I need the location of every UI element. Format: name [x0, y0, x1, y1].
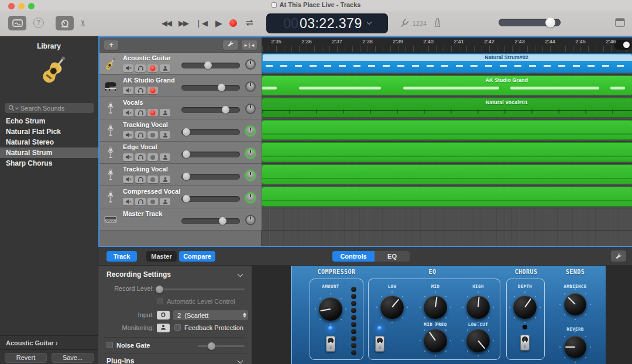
- track-config-button[interactable]: [223, 40, 238, 50]
- tuner-fork-icon[interactable]: [397, 17, 410, 31]
- track-volume-knob[interactable]: [204, 61, 212, 69]
- mid-freq-knob[interactable]: [424, 329, 447, 352]
- record-level-knob[interactable]: [156, 286, 163, 293]
- region-audio-green[interactable]: Natural Vocal#01: [262, 98, 632, 118]
- track-pan-knob[interactable]: [245, 104, 256, 114]
- track-header[interactable]: Edge Vocal: [99, 142, 262, 164]
- library-item[interactable]: Natural Stereo: [0, 137, 98, 147]
- track-volume-knob[interactable]: [183, 128, 190, 136]
- search-sounds-input[interactable]: Search Sounds: [5, 103, 94, 113]
- compressor-toggle-switch[interactable]: [326, 336, 335, 352]
- go-to-beginning-button[interactable]: ❘◀: [195, 19, 208, 28]
- ambience-knob[interactable]: [564, 293, 586, 315]
- solo-headphones-button[interactable]: [135, 176, 146, 183]
- track-volume-knob[interactable]: [183, 173, 190, 180]
- region-area[interactable]: Natural Strum#02AK Studio GrandNatural V…: [262, 53, 632, 246]
- region-audio-green[interactable]: [262, 164, 632, 184]
- solo-headphones-button[interactable]: [135, 87, 146, 94]
- library-toggle-button[interactable]: [8, 16, 26, 30]
- track-volume-knob[interactable]: [183, 150, 190, 158]
- tab-track[interactable]: Track: [107, 251, 137, 262]
- monitoring-button[interactable]: [157, 324, 170, 332]
- mute-button[interactable]: [123, 153, 133, 161]
- tab-controls[interactable]: Controls: [332, 251, 375, 262]
- track-volume-slider[interactable]: [181, 196, 240, 202]
- noise-gate-checkbox[interactable]: [107, 342, 113, 348]
- track-volume-slider[interactable]: [181, 218, 240, 224]
- track-header[interactable]: Vocals: [99, 97, 262, 119]
- count-in-button[interactable]: 1234: [413, 20, 427, 27]
- rewind-button[interactable]: ◀◀: [162, 19, 171, 28]
- record-enable-button[interactable]: [147, 153, 158, 161]
- region-audio-green[interactable]: [262, 187, 632, 207]
- depth-knob[interactable]: [513, 296, 537, 319]
- noise-gate-slider[interactable]: [198, 345, 245, 347]
- track-header[interactable]: Tracking Vocal: [99, 119, 262, 142]
- solo-headphones-button[interactable]: [135, 153, 146, 161]
- smart-control-edit-button[interactable]: [611, 250, 626, 262]
- mid-knob[interactable]: [424, 296, 447, 319]
- tab-compare[interactable]: Compare: [179, 251, 215, 262]
- track-volume-slider[interactable]: [181, 152, 240, 157]
- track-volume-knob[interactable]: [219, 217, 226, 225]
- library-item[interactable]: Natural Strum: [0, 147, 98, 158]
- catch-playhead-button[interactable]: ▸❘◂: [242, 40, 257, 50]
- mute-button[interactable]: [123, 198, 133, 205]
- input-format-button[interactable]: O: [157, 311, 170, 320]
- record-enable-button[interactable]: [147, 64, 158, 72]
- track-header[interactable]: AK Studio Grand: [99, 75, 262, 97]
- track-pan-knob[interactable]: [245, 126, 256, 136]
- record-enable-button[interactable]: [147, 198, 158, 205]
- high-knob[interactable]: [466, 296, 490, 319]
- horizontal-zoom-slider[interactable]: [614, 40, 631, 50]
- eq-toggle-switch[interactable]: [375, 336, 384, 352]
- breadcrumb[interactable]: Acoustic Guitar ›: [0, 336, 98, 350]
- smart-controls-button[interactable]: [56, 16, 74, 30]
- add-track-button[interactable]: +: [104, 40, 118, 50]
- track-volume-slider[interactable]: [181, 174, 240, 180]
- record-enable-button[interactable]: [147, 87, 158, 94]
- solo-headphones-button[interactable]: [135, 64, 146, 72]
- feedback-protection-checkbox[interactable]: [174, 324, 181, 331]
- low-cut-knob[interactable]: [466, 329, 490, 352]
- input-monitoring-button[interactable]: [160, 64, 170, 72]
- metronome-icon[interactable]: [433, 18, 442, 29]
- track-pan-knob[interactable]: [245, 81, 256, 92]
- track-header[interactable]: Master Track: [99, 208, 262, 231]
- record-level-slider[interactable]: [158, 289, 245, 290]
- mute-button[interactable]: [123, 87, 133, 94]
- track-pan-knob[interactable]: [245, 193, 256, 203]
- search-scope-chevron-icon[interactable]: [15, 106, 19, 109]
- track-pan-knob[interactable]: [245, 148, 256, 159]
- mute-button[interactable]: [123, 131, 133, 139]
- tab-eq[interactable]: EQ: [375, 251, 410, 262]
- region-audio-blue[interactable]: Natural Strum#02: [262, 53, 632, 73]
- chorus-toggle-switch[interactable]: [520, 335, 530, 351]
- lane-empty[interactable]: [262, 208, 632, 231]
- reverb-knob[interactable]: [564, 336, 586, 358]
- track-pan-knob[interactable]: [245, 170, 256, 181]
- record-enable-button[interactable]: [147, 176, 158, 183]
- media-browser-icon[interactable]: [615, 18, 625, 29]
- input-source-dropdown[interactable]: 2 (Scarlett: [173, 310, 248, 320]
- solo-headphones-button[interactable]: [135, 131, 146, 139]
- track-volume-slider[interactable]: [181, 85, 240, 91]
- record-button[interactable]: [229, 19, 237, 27]
- library-item[interactable]: Echo Strum: [0, 116, 98, 126]
- solo-headphones-button[interactable]: [135, 198, 146, 205]
- record-enable-button[interactable]: [147, 109, 158, 116]
- track-pan-knob[interactable]: [245, 59, 256, 70]
- input-monitoring-button[interactable]: [160, 109, 170, 116]
- amount-knob[interactable]: [319, 297, 342, 321]
- input-monitoring-button[interactable]: [160, 131, 170, 139]
- automatic-level-checkbox[interactable]: [157, 298, 163, 304]
- track-volume-knob[interactable]: [218, 84, 225, 91]
- timeline-ruler[interactable]: 2:352:362:372:382:392:402:412:422:432:44…: [262, 37, 632, 53]
- track-volume-knob[interactable]: [183, 195, 190, 202]
- input-monitoring-button[interactable]: [160, 176, 170, 183]
- lcd-chevron-down-icon[interactable]: [366, 20, 371, 25]
- track-volume-slider[interactable]: [181, 107, 240, 113]
- quick-help-button[interactable]: ?: [33, 18, 44, 28]
- tab-master[interactable]: Master: [146, 251, 177, 262]
- track-header[interactable]: Acoustic Guitar: [99, 53, 262, 75]
